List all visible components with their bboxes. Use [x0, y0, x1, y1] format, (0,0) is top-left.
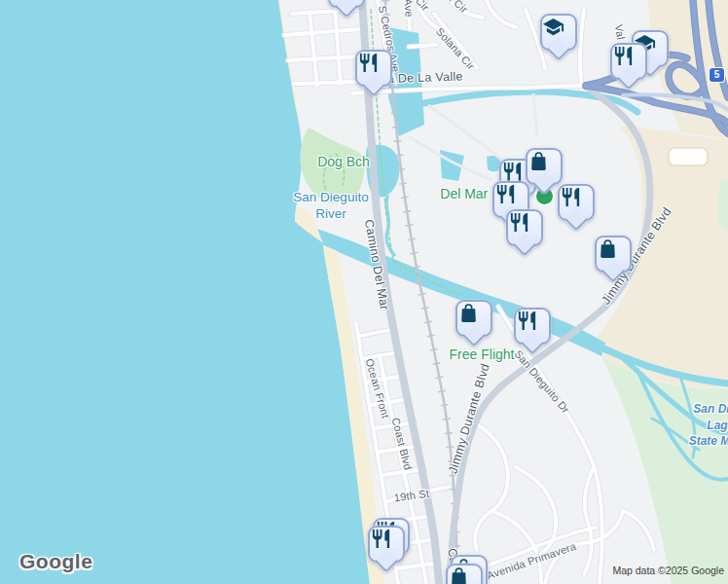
- map-label-state-m: State M: [689, 434, 728, 448]
- map-label-del-mar-f[interactable]: Del Mar F: [440, 186, 499, 201]
- restaurant-icon: [516, 310, 538, 332]
- shopping-icon: [528, 150, 550, 172]
- google-logo: Google: [19, 550, 92, 573]
- restaurant-icon: [370, 528, 392, 550]
- map-canvas[interactable]: S Cedros AveAveCira CirSolana CirVia De …: [0, 0, 728, 584]
- map-label-san-di: San Di: [693, 402, 728, 416]
- map-label-river: River: [315, 206, 346, 221]
- map-attribution: Map data ©2025 Google: [612, 565, 724, 576]
- shopping-icon: [448, 566, 470, 584]
- restaurant-icon: [501, 161, 524, 183]
- poi-marker-restaurant[interactable]: [514, 308, 551, 345]
- map-label-val: Val: [613, 23, 628, 41]
- poi-marker-restaurant[interactable]: [506, 209, 543, 246]
- shopping-icon: [457, 302, 480, 324]
- poi-marker-shopping[interactable]: [446, 564, 483, 584]
- poi-marker-restaurant[interactable]: [355, 50, 392, 87]
- restaurant-icon: [508, 211, 530, 234]
- poi-marker-restaurant[interactable]: [368, 526, 405, 563]
- shopping-icon: [597, 237, 619, 260]
- restaurant-icon: [612, 45, 635, 67]
- poi-marker-restaurant[interactable]: [328, 0, 365, 8]
- map-label-dog-bch[interactable]: Dog Bch: [317, 154, 370, 169]
- poi-marker-school[interactable]: [540, 14, 577, 51]
- restaurant-icon: [494, 183, 517, 205]
- restaurant-icon: [357, 52, 380, 74]
- school-icon: [542, 16, 564, 38]
- poi-marker-shopping[interactable]: [595, 236, 632, 273]
- poi-marker-shopping[interactable]: [455, 300, 492, 337]
- map-label-free-flight[interactable]: Free Flight: [450, 347, 515, 362]
- poi-marker-restaurant[interactable]: [610, 43, 647, 80]
- poi-marker-shopping[interactable]: [526, 148, 563, 185]
- building-footprint: [669, 148, 708, 165]
- interstate-5-shield: 5: [710, 68, 724, 82]
- restaurant-icon: [560, 186, 582, 208]
- map-label-lag: Lag: [707, 419, 727, 432]
- poi-marker-restaurant[interactable]: [558, 184, 595, 221]
- map-label-san-dieguito: San Dieguito: [293, 190, 368, 204]
